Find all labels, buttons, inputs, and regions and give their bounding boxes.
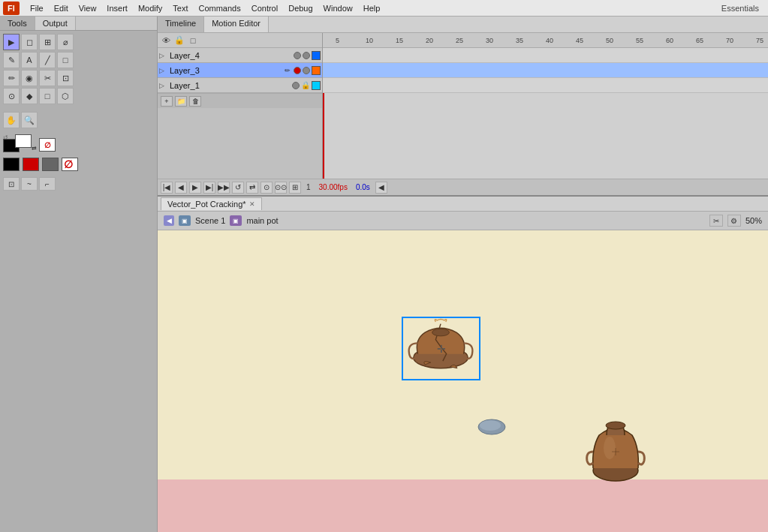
menu-bar: Fl File Edit View Insert Modify Text Com…: [0, 0, 768, 17]
layer-3-color[interactable]: [312, 66, 321, 75]
back-btn[interactable]: ◀: [164, 215, 174, 226]
svg-point-1: [432, 329, 450, 336]
pen-tool[interactable]: ✎: [3, 52, 20, 68]
zoom-tool[interactable]: 🔍: [21, 112, 38, 128]
right-content: Timeline Motion Editor 👁 🔒 □ ▷ Layer_4: [158, 17, 768, 532]
menu-commands[interactable]: Commands: [194, 2, 245, 14]
layer-4-lock[interactable]: [303, 52, 310, 59]
step-fwd-btn[interactable]: ▶|: [203, 182, 215, 194]
fill-color[interactable]: [15, 134, 32, 148]
svg-point-6: [604, 437, 616, 459]
ruler-marks-container: 5 10 15 20 25 30 35 40 45 50 55 60: [323, 33, 768, 47]
brush-tool[interactable]: ◉: [21, 70, 38, 86]
layer-row-4[interactable]: ▷ Layer_4: [158, 48, 322, 63]
step-back-btn[interactable]: ◀: [175, 182, 187, 194]
layer-1-name: Layer_1: [170, 81, 291, 90]
play-btn[interactable]: ▶: [189, 182, 201, 194]
smooth-btn[interactable]: ~: [21, 177, 38, 191]
edit-multiple-btn[interactable]: ⊞: [289, 182, 301, 194]
breadcrumb-scene[interactable]: Scene 1: [195, 216, 225, 225]
lock-header-icon[interactable]: 🔒: [174, 35, 185, 46]
menu-text[interactable]: Text: [168, 2, 192, 14]
hand-tool[interactable]: ✋: [3, 112, 20, 128]
rewind-btn[interactable]: |◀: [161, 182, 173, 194]
black-swatch[interactable]: [3, 158, 20, 171]
add-folder-btn[interactable]: 📁: [175, 96, 187, 107]
track-1[interactable]: [323, 78, 768, 93]
timeline-panel: Timeline Motion Editor 👁 🔒 □ ▷ Layer_4: [158, 17, 768, 197]
tab-output[interactable]: Output: [35, 17, 76, 30]
tool-extra1[interactable]: □: [39, 88, 56, 104]
ink-bucket-tool[interactable]: ✂: [39, 70, 56, 86]
line-tool[interactable]: ╱: [39, 52, 56, 68]
select-tool[interactable]: ▶: [3, 34, 20, 50]
dark-swatch[interactable]: [42, 158, 59, 171]
menu-modify[interactable]: Modify: [134, 2, 167, 14]
timeline-body: 👁 🔒 □ ▷ Layer_4: [158, 33, 768, 179]
layer-1-visibility[interactable]: [292, 82, 300, 89]
stage-ground: [158, 479, 768, 532]
layer-3-lock[interactable]: [303, 67, 310, 74]
menu-help[interactable]: Help: [359, 2, 385, 14]
stage-settings-btn[interactable]: ⚙: [727, 215, 741, 227]
straighten-btn[interactable]: ⌐: [39, 177, 56, 191]
layer-panel: 👁 🔒 □ ▷ Layer_4: [158, 33, 323, 179]
doc-tab-vector-pot[interactable]: Vector_Pot Cracking* ✕: [161, 197, 262, 210]
fast-fwd-btn[interactable]: ▶▶: [218, 182, 230, 194]
layer-3-visibility[interactable]: [294, 67, 301, 74]
layer-4-color[interactable]: [312, 51, 321, 60]
rectangle-tool[interactable]: □: [57, 52, 74, 68]
free-transform-tool[interactable]: ⊞: [39, 34, 56, 50]
eye-icon[interactable]: 👁: [161, 35, 171, 46]
doc-tab-close[interactable]: ✕: [249, 200, 255, 208]
tool-row-5: ✋ 🔍: [3, 112, 154, 128]
onion-skin-btn[interactable]: ⊙: [261, 182, 273, 194]
add-layer-btn[interactable]: +: [161, 96, 173, 107]
track-3[interactable]: [323, 63, 768, 78]
white-swatch[interactable]: ∅: [62, 158, 78, 171]
left-toolbar: Tools Output ▶ ◻ ⊞ ⌀ ✎ A ╱ □ ✏ ◉ ✂: [0, 17, 158, 532]
toolbar-tabs: Tools Output: [0, 17, 157, 31]
menu-debug[interactable]: Debug: [284, 2, 317, 14]
delete-layer-btn[interactable]: 🗑: [189, 96, 201, 107]
paint-bucket-tool[interactable]: ⊡: [57, 70, 74, 86]
menu-file[interactable]: File: [26, 2, 48, 14]
tab-motion-editor[interactable]: Motion Editor: [204, 17, 269, 32]
no-color-button[interactable]: ∅: [39, 138, 56, 152]
track-4[interactable]: [323, 48, 768, 63]
scroll-left-btn[interactable]: ◀: [375, 182, 387, 194]
selected-object[interactable]: ✛: [402, 317, 480, 380]
menu-edit[interactable]: Edit: [50, 2, 73, 14]
clip-btn[interactable]: ✂: [709, 215, 723, 227]
eyedropper-tool[interactable]: ⊙: [3, 88, 20, 104]
svg-point-3: [480, 420, 501, 431]
layer-4-visibility[interactable]: [294, 52, 301, 59]
menu-insert[interactable]: Insert: [102, 2, 132, 14]
menu-control[interactable]: Control: [247, 2, 282, 14]
stage-canvas[interactable]: ✛: [158, 230, 768, 532]
stone-svg: [477, 416, 507, 435]
lasso-tool[interactable]: ⌀: [57, 34, 74, 50]
ruler-mark-50: 50: [606, 37, 613, 44]
onion-skin-range-btn[interactable]: ⊙⊙: [275, 182, 287, 194]
layer-row-1[interactable]: ▷ Layer_1 🔒: [158, 78, 322, 93]
menu-window[interactable]: Window: [319, 2, 357, 14]
text-tool[interactable]: A: [21, 52, 38, 68]
layer-1-color[interactable]: [312, 81, 321, 90]
ruler-mark-35: 35: [516, 37, 523, 44]
breadcrumb-right: ✂ ⚙ 50%: [709, 215, 762, 227]
subselect-tool[interactable]: ◻: [21, 34, 38, 50]
loop-btn[interactable]: ↺: [232, 182, 244, 194]
swap-colors-icon[interactable]: ⇄: [32, 145, 37, 152]
layer-row-3[interactable]: ▷ Layer_3 ✏: [158, 63, 322, 78]
pencil-tool[interactable]: ✏: [3, 70, 20, 86]
tab-timeline[interactable]: Timeline: [158, 17, 204, 32]
tool-extra2[interactable]: ⬡: [57, 88, 74, 104]
menu-view[interactable]: View: [74, 2, 101, 14]
tab-tools[interactable]: Tools: [0, 17, 35, 30]
sync-btn[interactable]: ⇄: [246, 182, 258, 194]
eraser-tool[interactable]: ◆: [21, 88, 38, 104]
layer-1-lock-icon[interactable]: 🔒: [301, 81, 310, 89]
red-swatch[interactable]: [23, 158, 39, 171]
snap-btn[interactable]: ⊡: [3, 177, 20, 191]
